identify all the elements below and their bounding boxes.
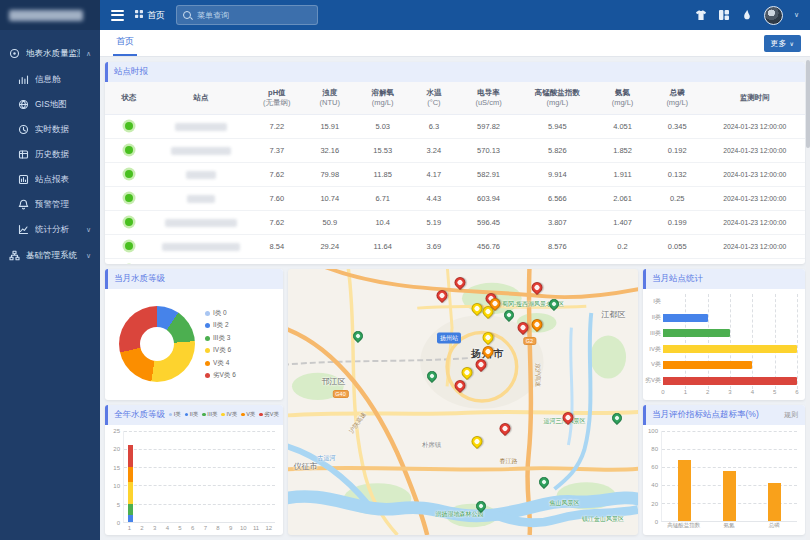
sidebar-item-4[interactable]: 站点报表 [0,167,100,192]
pin-icon [529,280,545,296]
value-cell: 10.4 [355,211,410,235]
table-body: 7.2215.915.036.3597.825.9454.0510.345202… [105,115,805,265]
hbar-chart: I类II类III类IV类V类劣V类 0123456 [643,289,805,400]
status-dot-normal [125,194,133,202]
bar-row [663,373,797,389]
table-row: 7.6279.9811.854.17582.919.9141.9110.1322… [105,163,805,187]
sidebar-group-0[interactable]: 地表水质量监测系统∧ [0,40,100,67]
pin-icon [434,288,450,304]
poi-pin-icon [351,329,365,343]
station-pin-yellow[interactable] [472,303,483,314]
app-logo [0,0,100,30]
sidebar-item-label: 预警管理 [35,199,91,211]
time-cell: 2024-01-23 12:00:00 [705,235,805,259]
x-tick-label: 2 [706,389,709,395]
sidebar-item-1[interactable]: GIS地图 [0,92,100,117]
legend-item: 劣V类 6 [205,371,236,380]
sidebar-item-6[interactable]: 统计分析∨ [0,217,100,242]
station-pin-red[interactable] [531,282,542,293]
bar-row [663,326,797,342]
chevron-up-icon: ∧ [86,50,91,58]
x-tick-label: 8 [212,525,225,531]
logo-redacted [9,10,83,21]
station-report-panel: 站点时报 状态站点pH值(无量纲)浊度(NTU)溶解氧(mg/L)水温(°C)电… [105,62,805,264]
value-cell: 0.89 [650,259,705,265]
value-cell: 1.911 [595,163,650,187]
x-tick-label: 1 [123,525,136,531]
table-row: 8.5429.2411.643.69456.768.5760.20.055202… [105,235,805,259]
station-pin-yellow[interactable] [482,332,493,343]
more-button[interactable]: 更多 ∨ [764,35,801,52]
sidebar-item-2[interactable]: 实时数据 [0,117,100,142]
yearly-grade-panel: 全年水质等级 I类II类III类IV类V类劣V类 0510152025 1234… [105,405,283,536]
station-pin-red[interactable] [517,322,528,333]
value-cell: 2.061 [595,187,650,211]
status-cell [105,259,153,265]
chevron-down-icon[interactable]: ∨ [794,11,799,19]
sidebar-group-1[interactable]: 基础管理系统∨ [0,242,100,269]
table-row: 7.6010.746.714.43603.946.5662.0610.25202… [105,187,805,211]
legend-label: II类 2 [213,321,229,330]
value-cell: 5.58 [410,259,458,265]
legend-dot [185,413,189,417]
station-pin-red[interactable] [475,359,486,370]
y-tick-label: 20 [113,446,120,452]
station-pin-yellow[interactable] [472,436,483,447]
value-cell: 3.807 [519,211,595,235]
legend-label: III类 [207,411,217,418]
legend-item: II类 2 [205,321,236,330]
station-cell [153,259,250,265]
sidebar-item-5[interactable]: 预警管理 [0,192,100,217]
breadcrumb[interactable]: 首页 [135,9,165,22]
x-tick-label: 9 [224,525,237,531]
x-tick-label: 3 [728,389,731,395]
time-cell: 2024-01-23 12:00:00 [705,163,805,187]
legend-item: IV类 [221,411,237,418]
panel-title: 当月水质等级 [114,273,165,285]
scrollbar-thumb[interactable] [806,60,810,148]
bar-slot [237,431,250,523]
search-input[interactable] [195,10,311,21]
sidebar-menu: 地表水质量监测系统∧信息舱GIS地图实时数据历史数据站点报表预警管理统计分析∨基… [0,30,100,269]
window-scrollbar[interactable] [806,57,810,540]
bar-segment [128,482,133,504]
y-tick-label: 10 [113,483,120,489]
bar-slot [225,431,238,523]
column-header: 浊度(NTU) [304,82,355,115]
station-pin-red[interactable] [500,423,511,434]
station-pin-red[interactable] [454,277,465,288]
sidebar-item-3[interactable]: 历史数据 [0,142,100,167]
station-pin-orange[interactable] [531,319,542,330]
value-cell: 3.064 [595,259,650,265]
home-grid-icon [135,10,143,20]
sidebar-item-0[interactable]: 信息舱 [0,67,100,92]
value-cell: 50.9 [304,211,355,235]
layout-icon[interactable] [718,9,730,21]
shirt-icon[interactable] [695,9,707,21]
station-pin-yellow[interactable] [461,367,472,378]
sidebar-toggle-icon[interactable] [111,10,124,21]
right-column: 当月站点统计 I类II类III类IV类V类劣V类 0123456 [643,269,805,535]
user-avatar[interactable] [764,6,783,25]
menu-search-box[interactable] [176,5,318,25]
x-tick-label: 5 [174,525,187,531]
station-pin-red[interactable] [563,412,574,423]
flame-icon[interactable] [741,9,753,21]
tab-home[interactable]: 首页 [113,35,137,56]
station-name-redacted [175,123,227,131]
station-pin-orange[interactable] [489,298,500,309]
y-tick-label: 80 [651,446,658,452]
rules-link[interactable]: 规则 [784,410,798,420]
bar-row [663,294,797,310]
map[interactable]: 扬州市江都区仪征市邗江区朴席镇蜀冈-瘦西湖风景名胜区运河三湾风景区润扬湿地森林公… [288,269,638,535]
column-header: 水温(°C) [410,82,458,115]
station-table-wrap: 状态站点pH值(无量纲)浊度(NTU)溶解氧(mg/L)水温(°C)电导率(uS… [105,82,805,264]
station-pin-red[interactable] [454,380,465,391]
report-icon [18,174,29,185]
x-axis: 0123456 [663,389,797,398]
station-pin-red[interactable] [437,290,448,301]
time-cell: 2024-01-23 12:00:00 [705,115,805,139]
bar [723,471,736,521]
station-pin-orange[interactable] [482,346,493,357]
value-cell: 570.13 [458,139,520,163]
